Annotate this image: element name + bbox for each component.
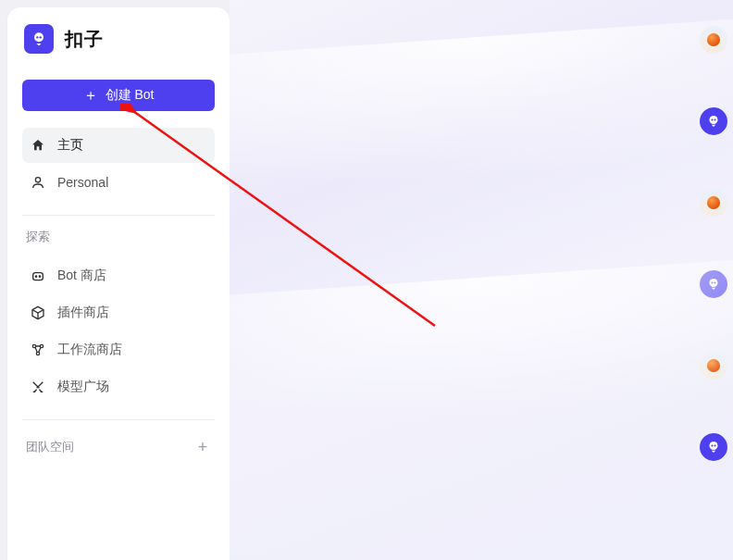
rail-avatar-5[interactable]: [700, 352, 727, 380]
nav-explore: Bot 商店 插件商店 工作流商店 模型广场: [22, 258, 215, 404]
rail-avatar-4[interactable]: [700, 270, 727, 298]
nav-primary: 主页 Personal: [22, 128, 215, 200]
create-bot-label: 创建 Bot: [106, 87, 155, 104]
app-root: 扣子 ＋ 创建 Bot 主页 Personal 探索: [0, 0, 733, 560]
svg-point-7: [32, 344, 35, 347]
svg-point-8: [40, 344, 43, 347]
svg-point-5: [35, 276, 36, 277]
right-rail: [694, 0, 733, 560]
teamspace-title: 团队空间: [26, 439, 74, 455]
nav-personal-label: Personal: [57, 175, 108, 190]
nav-plugin-store-label: 插件商店: [57, 305, 109, 321]
rail-avatar-6[interactable]: [700, 433, 727, 461]
nav-home[interactable]: 主页: [22, 128, 215, 163]
svg-point-14: [711, 281, 713, 283]
svg-point-15: [714, 281, 715, 283]
svg-point-1: [36, 36, 38, 38]
nav-workflow-store-label: 工作流商店: [57, 342, 122, 358]
svg-point-3: [35, 178, 40, 182]
svg-point-11: [711, 118, 713, 120]
svg-point-6: [39, 276, 40, 277]
svg-point-10: [710, 116, 718, 124]
add-teamspace-icon[interactable]: +: [194, 439, 211, 455]
person-icon: [30, 174, 46, 191]
divider: [22, 215, 215, 216]
svg-point-0: [34, 32, 43, 42]
nav-personal[interactable]: Personal: [22, 165, 215, 200]
nav-plugin-store[interactable]: 插件商店: [22, 295, 215, 330]
rail-avatar-1[interactable]: [700, 26, 727, 54]
rail-avatar-3[interactable]: [700, 189, 727, 217]
section-teamspace: 团队空间 +: [22, 439, 215, 455]
workflow-icon: [30, 342, 46, 358]
divider: [22, 419, 215, 420]
bot-icon: [30, 268, 46, 284]
main-content: [230, 0, 733, 560]
swords-icon: [30, 379, 46, 395]
create-bot-button[interactable]: ＋ 创建 Bot: [22, 80, 215, 111]
brand-name: 扣子: [65, 27, 104, 52]
nav-bot-store-label: Bot 商店: [57, 268, 106, 284]
nav-model-arena[interactable]: 模型广场: [22, 369, 215, 404]
home-icon: [30, 137, 46, 154]
section-explore-title: 探索: [22, 229, 215, 245]
svg-point-13: [710, 279, 718, 287]
svg-point-12: [714, 118, 715, 120]
svg-point-2: [40, 36, 42, 38]
nav-workflow-store[interactable]: 工作流商店: [22, 332, 215, 367]
rail-avatar-2[interactable]: [700, 107, 727, 135]
cube-icon: [30, 305, 46, 321]
svg-rect-4: [33, 273, 43, 280]
svg-point-17: [711, 444, 713, 446]
svg-point-16: [710, 442, 718, 450]
sidebar: 扣子 ＋ 创建 Bot 主页 Personal 探索: [7, 7, 230, 560]
nav-home-label: 主页: [57, 137, 83, 154]
nav-model-arena-label: 模型广场: [57, 379, 109, 395]
plus-icon: ＋: [83, 88, 98, 103]
svg-point-18: [714, 444, 715, 446]
nav-bot-store[interactable]: Bot 商店: [22, 258, 215, 293]
brand-logo-icon: [24, 24, 54, 54]
brand: 扣子: [24, 24, 215, 54]
